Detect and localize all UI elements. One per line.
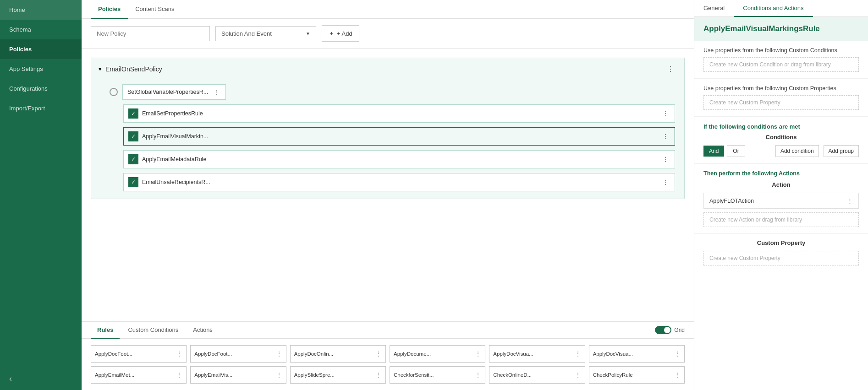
grid-item-menu-icon[interactable]: ⋮ (375, 371, 382, 379)
custom-conditions-label: Use properties from the following Custom… (703, 47, 859, 54)
tab-general[interactable]: General (694, 0, 734, 17)
custom-conditions-input[interactable]: Create new Custom Condition or drag from… (703, 57, 859, 72)
grid-item-menu-icon[interactable]: ⋮ (575, 350, 581, 358)
custom-conditions-section: Use properties from the following Custom… (694, 41, 868, 79)
list-item[interactable]: ApplyEmailMet... ⋮ (91, 366, 187, 384)
custom-property-title: Custom Property (694, 234, 868, 246)
add-condition-button[interactable]: Add condition (775, 145, 819, 157)
rule-menu-icon[interactable]: ⋮ (661, 179, 670, 186)
list-item[interactable]: ApplyDocFoot... ⋮ (91, 345, 187, 363)
list-item[interactable]: ApplyDocOnlin... ⋮ (290, 345, 386, 363)
new-action-input[interactable]: Create new Action or drag from library (703, 212, 859, 227)
action-item-name: ApplyFLOTAction (709, 198, 754, 204)
grid-item-name: CheckOnlineD... (493, 372, 532, 378)
rule-item-email-set[interactable]: ✓ EmailSetPropertiesRule ⋮ (123, 104, 675, 123)
custom-properties-input[interactable]: Create new Custom Property (703, 95, 859, 110)
grid-item-name: CheckforSensit... (394, 372, 434, 378)
tab-actions[interactable]: Actions (187, 322, 219, 339)
policy-header[interactable]: ▾ EmailOnSendPolicy ⋮ (91, 58, 684, 80)
tab-content-scans[interactable]: Content Scans (128, 0, 181, 19)
add-label: + Add (337, 30, 352, 37)
list-item[interactable]: CheckPolicyRule ⋮ (589, 366, 685, 384)
rule-menu-icon[interactable]: ⋮ (212, 88, 221, 96)
solution-event-select[interactable]: Solution And Event ▼ (215, 26, 316, 41)
add-button[interactable]: ＋ + Add (322, 25, 359, 42)
grid-item-name: ApplyDocVisua... (493, 351, 533, 357)
grid-item-name: ApplyDocOnlin... (294, 351, 334, 357)
grid-item-menu-icon[interactable]: ⋮ (674, 350, 681, 358)
rule-rows: SetGlobalVariablePropertiesR... ⋮ ✓ Emai… (91, 80, 684, 199)
grid-item-menu-icon[interactable]: ⋮ (575, 371, 581, 379)
add-group-button[interactable]: Add group (824, 145, 859, 157)
and-button[interactable]: And (703, 146, 724, 157)
tab-rules[interactable]: Rules (91, 322, 120, 339)
custom-properties-label: Use properties from the following Custom… (703, 85, 859, 92)
action-item[interactable]: ApplyFLOTAction ⋮ (703, 193, 859, 209)
rule-item-email-unsafe[interactable]: ✓ EmailUnsafeRecipientsR... ⋮ (123, 173, 675, 191)
grid-item-menu-icon[interactable]: ⋮ (375, 350, 382, 358)
grid-item-menu-icon[interactable]: ⋮ (176, 371, 182, 379)
policy-collapse-icon: ▾ (99, 65, 102, 72)
rule-item-set-global[interactable]: SetGlobalVariablePropertiesR... ⋮ (122, 84, 226, 100)
rule-item-apply-email-metadata[interactable]: ✓ ApplyEmailMetadataRule ⋮ (123, 150, 675, 168)
grid-item-name: CheckPolicyRule (593, 372, 633, 378)
list-item[interactable]: ApplyDocVisua... ⋮ (489, 345, 585, 363)
chevron-down-icon: ▼ (306, 31, 310, 36)
table-row: SetGlobalVariablePropertiesR... ⋮ (110, 84, 675, 100)
then-keyword: Then (703, 170, 717, 177)
rule-menu-icon[interactable]: ⋮ (661, 133, 670, 140)
grid-item-menu-icon[interactable]: ⋮ (475, 350, 481, 358)
tab-policies[interactable]: Policies (91, 0, 128, 19)
conditions-if-text: the following conditions are met (707, 123, 800, 130)
list-item[interactable]: ApplyDocVisua... ⋮ (589, 345, 685, 363)
top-tabs: Policies Content Scans (82, 0, 694, 19)
list-item[interactable]: ApplyEmailVis... ⋮ (190, 366, 286, 384)
grid-item-menu-icon[interactable]: ⋮ (475, 371, 481, 379)
rule-menu-icon[interactable]: ⋮ (661, 156, 670, 163)
grid-item-menu-icon[interactable]: ⋮ (674, 371, 681, 379)
grid-item-name: ApplyDocFoot... (95, 351, 132, 357)
chevron-left-icon: ‹ (9, 374, 12, 383)
grid-item-menu-icon[interactable]: ⋮ (276, 371, 282, 379)
right-panel-body: ApplyEmailVisualMarkingsRule Use propert… (694, 17, 868, 390)
sidebar-item-app-settings[interactable]: App Settings (0, 59, 82, 79)
list-item[interactable]: ApplySlideSpre... ⋮ (290, 366, 386, 384)
grid-item-menu-icon[interactable]: ⋮ (176, 350, 182, 358)
action-title: Action (703, 181, 859, 188)
policy-title: EmailOnSendPolicy (105, 65, 660, 73)
sidebar-item-schema[interactable]: Schema (0, 20, 82, 39)
list-item[interactable]: CheckforSensit... ⋮ (390, 366, 485, 384)
list-item[interactable]: ApplyDocFoot... ⋮ (190, 345, 286, 363)
sidebar-item-import-export[interactable]: Import/Export (0, 98, 82, 118)
sidebar-item-configurations[interactable]: Configurations (0, 79, 82, 98)
new-policy-input[interactable] (91, 26, 210, 41)
tab-conditions-actions[interactable]: Conditions and Actions (734, 0, 813, 17)
rules-grid: ApplyDocFoot... ⋮ ApplyDocFoot... ⋮ Appl… (82, 339, 694, 390)
or-button[interactable]: Or (727, 145, 745, 157)
custom-properties-section: Use properties from the following Custom… (694, 79, 868, 117)
sidebar-collapse-button[interactable]: ‹ (0, 368, 82, 390)
rule-item-apply-email-visual[interactable]: ✓ ApplyEmailVisualMarkin... ⋮ (123, 127, 675, 146)
policy-menu-button[interactable]: ⋮ (664, 64, 677, 74)
rule-name: EmailSetPropertiesRule (142, 110, 657, 117)
grid-item-name: ApplyEmailMet... (95, 372, 134, 378)
rule-check-icon: ✓ (128, 154, 138, 164)
main-content: Policies Content Scans Solution And Even… (82, 0, 694, 390)
action-item-menu-icon[interactable]: ⋮ (847, 197, 853, 204)
grid-toggle-switch[interactable] (655, 326, 671, 334)
right-panel-tabs: General Conditions and Actions (694, 0, 868, 17)
sidebar-item-home[interactable]: Home (0, 0, 82, 20)
grid-item-menu-icon[interactable]: ⋮ (276, 350, 282, 358)
bottom-tabs: Rules Custom Conditions Actions Grid (82, 322, 694, 339)
if-keyword: If (703, 123, 707, 130)
rule-name: SetGlobalVariablePropertiesR... (127, 89, 208, 95)
tab-custom-conditions[interactable]: Custom Conditions (121, 322, 185, 339)
grid-item-name: ApplyDocFoot... (194, 351, 232, 357)
list-item[interactable]: CheckOnlineD... ⋮ (489, 366, 585, 384)
sidebar-item-policies[interactable]: Policies (0, 39, 82, 59)
rule-check-icon: ✓ (128, 108, 138, 119)
list-item[interactable]: ApplyDocume... ⋮ (390, 345, 485, 363)
action-then-text: perform the following Actions (717, 170, 800, 177)
rule-menu-icon[interactable]: ⋮ (661, 110, 670, 117)
create-new-custom-property[interactable]: Create new Custom Property (703, 251, 859, 265)
